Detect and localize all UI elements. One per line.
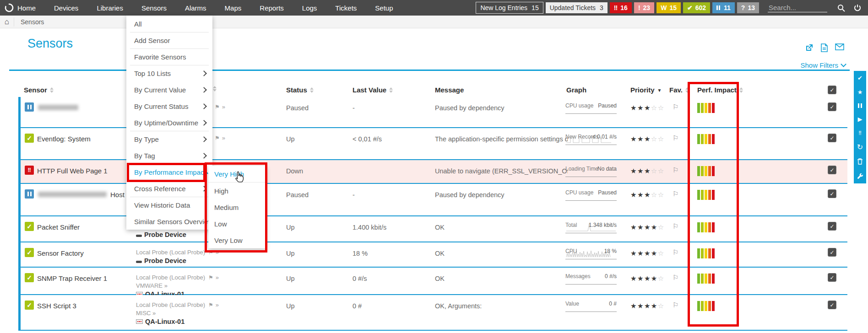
nav-item-devices[interactable]: Devices [54,4,78,12]
status-badge-error[interactable]: ‼16 [610,2,632,13]
status-badge-up[interactable]: ✔602 [683,2,710,13]
favorite-flag-icon[interactable]: ⚐ [673,134,678,142]
mini-graph[interactable]: Loading TimeNo data [565,165,617,177]
search-icon[interactable] [834,4,848,12]
sensor-name-link[interactable]: Host [110,191,125,199]
tools-icon[interactable] [857,173,863,179]
priority-stars[interactable]: ★★★☆☆ [630,135,665,143]
menu-item-cross-reference[interactable]: Cross Reference [126,180,212,197]
menu-item-view-historic-data[interactable]: View Historic Data [126,197,212,213]
new-log-entries-badge[interactable]: New Log Entries 15 [476,2,543,14]
sort-icon[interactable] [50,87,54,93]
header-fav[interactable]: Fav. [669,86,689,94]
menu-item-top-10-lists[interactable]: Top 10 Lists [126,65,212,81]
favorite-flag-icon[interactable]: ⚐ [673,222,678,231]
open-external-icon[interactable] [805,43,814,54]
header-device[interactable] [213,86,217,91]
priority-stars[interactable]: ★★★★☆ [630,223,665,231]
row-checkbox[interactable]: ✓ [828,273,836,282]
sort-icon[interactable] [685,87,689,93]
nav-item-tickets[interactable]: Tickets [335,4,357,12]
mini-graph[interactable]: Total1.348 kbit/s [565,221,617,233]
show-filters-link[interactable]: Show Filters [800,61,846,69]
device-name[interactable]: Probe Device [136,257,237,265]
sensor-name-link[interactable]: SSH Script 3 [37,302,76,310]
updated-tickets-badge[interactable]: Updated Tickets 3 [546,2,608,13]
priority-stars[interactable]: ★★★★☆ [630,249,665,258]
header-last-value[interactable]: Last Value [353,86,393,94]
mini-graph[interactable]: CPU18 % [565,247,617,259]
menu-item-by-current-status[interactable]: By Current Status [126,98,212,114]
nav-item-sensors[interactable]: Sensors [141,4,167,12]
header-sensor[interactable]: Sensor [24,86,54,94]
sort-icon[interactable] [213,86,217,91]
mini-graph[interactable]: New Records< 0,01 #/s [565,133,617,145]
status-badge-warning-ack[interactable]: !23 [634,2,654,13]
search-input[interactable] [768,3,829,12]
mini-graph[interactable]: Messages0 #/s [565,272,617,285]
menu-item-similar-sensors-overview[interactable]: Similar Sensors Overview [126,213,212,230]
mini-graph[interactable]: CPU usagePaused [565,102,617,114]
email-icon[interactable] [835,43,844,54]
status-badge-paused[interactable]: 11 [712,2,735,13]
delete-icon[interactable] [857,158,863,165]
row-checkbox[interactable]: ✓ [828,301,836,309]
menu-item-all[interactable]: All [126,16,212,32]
nav-item-logs[interactable]: Logs [302,4,317,12]
sort-icon[interactable] [739,87,743,93]
nav-item-maps[interactable]: Maps [225,4,242,12]
favorite-flag-icon[interactable]: ⚐ [673,301,678,309]
refresh-icon[interactable]: ↻ [857,144,863,150]
favorite-flag-icon[interactable]: ⚐ [673,248,678,257]
menu-item-add-sensor[interactable]: Add Sensor [126,32,212,48]
priority-stars[interactable]: ★★★☆☆ [630,167,665,175]
alert-icon[interactable]: ‼ [858,130,862,136]
favorite-flag-icon[interactable]: ⚐ [673,166,678,174]
priority-stars[interactable]: ★★★☆☆ [630,191,665,199]
select-all-checkbox[interactable]: ✓ [828,86,836,94]
breadcrumb-label[interactable]: Sensors [21,18,44,26]
sensor-name-link[interactable]: HTTP Full Web Page 1 [37,167,108,175]
mini-graph[interactable]: Value0 # [565,300,617,312]
nav-item-reports[interactable]: Reports [260,4,284,12]
device-name[interactable]: QA-Linux-01 [136,317,237,326]
priority-stars[interactable]: ★★★☆☆ [630,104,665,112]
nav-item-setup[interactable]: Setup [375,4,393,12]
check-icon[interactable]: ✔ [857,75,863,81]
submenu-item-medium[interactable]: Medium [208,199,266,215]
menu-item-by-performance-impact[interactable]: By Performance Impact [126,164,212,180]
row-checkbox[interactable]: ✓ [828,102,836,111]
export-file-icon[interactable] [820,43,828,54]
logout-power-icon[interactable] [851,4,864,11]
sensor-name-link[interactable]: Packet Sniffer [37,223,80,231]
favorite-flag-icon[interactable]: ⚐ [673,190,678,198]
status-badge-unknown[interactable]: ?13 [737,2,759,13]
menu-item-by-tag[interactable]: By Tag [126,147,212,164]
star-icon[interactable]: ★ [857,89,863,95]
menu-item-by-uptime-downtime[interactable]: By Uptime/Downtime [126,114,212,131]
table-row[interactable]: ✓Sensor FactoryLocal Probe (Local Probe)… [21,242,847,268]
header-priority[interactable]: Priority▼ [630,86,662,94]
nav-item-alarms[interactable]: Alarms [185,4,206,12]
sort-icon[interactable] [389,87,393,93]
nav-item-home[interactable]: Home [17,4,36,12]
row-checkbox[interactable]: ✓ [828,189,836,198]
header-status[interactable]: Status [286,86,314,94]
probe-name[interactable]: Local Probe (Local Probe)⚑» [136,301,237,309]
group-name[interactable]: VMWARE » [136,282,237,290]
mini-graph[interactable]: CPU usagePaused [565,188,617,201]
priority-stars[interactable]: ★★★★☆ [630,274,665,283]
sensor-name-link[interactable]: Eventlog: System [37,135,91,143]
menu-item-by-current-value[interactable]: By Current Value [126,81,212,98]
menu-item-by-type[interactable]: By Type [126,131,212,147]
probe-name[interactable]: Local Probe (Local Probe)⚑» [136,274,237,282]
group-name[interactable]: MISC » [136,309,237,317]
menu-item-favorite-sensors[interactable]: Favorite Sensors [126,48,212,65]
row-checkbox[interactable]: ✓ [828,222,836,231]
pause-icon[interactable] [857,103,863,108]
table-row[interactable]: ✓SSH Script 3Local Probe (Local Probe)⚑»… [21,295,847,331]
home-icon[interactable]: ⌂ [0,17,14,27]
priority-stars[interactable]: ★★★★☆ [630,302,665,310]
submenu-item-high[interactable]: High [208,183,266,199]
probe-name[interactable]: Local Probe (Local Probe)⚑» [136,248,237,257]
